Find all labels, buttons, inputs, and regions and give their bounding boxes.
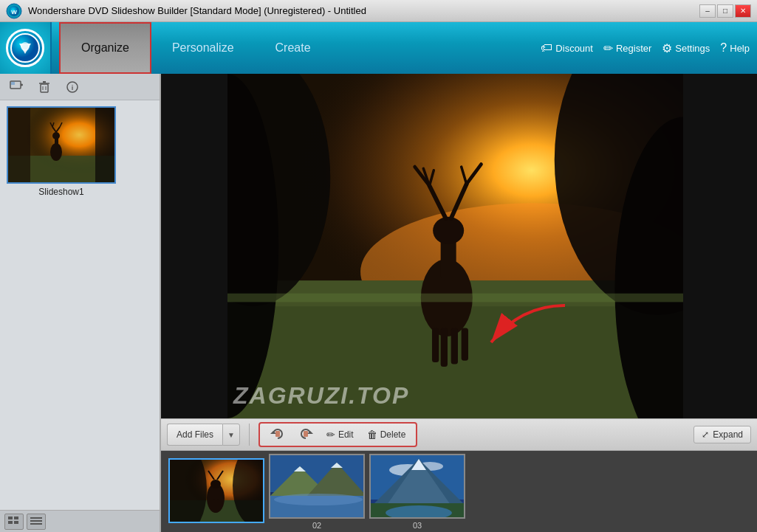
svg-rect-31 bbox=[8, 521, 13, 524]
thumbnail-label-3: 03 bbox=[413, 521, 422, 530]
preview-background bbox=[227, 74, 683, 418]
settings-icon: ⚙ bbox=[662, 41, 672, 55]
add-slideshow-button[interactable] bbox=[6, 77, 27, 97]
svg-rect-35 bbox=[30, 523, 42, 525]
svg-text:W: W bbox=[11, 9, 17, 15]
delete-button[interactable]: 🗑 Delete bbox=[363, 426, 411, 443]
svg-rect-60 bbox=[227, 294, 683, 303]
svg-rect-30 bbox=[14, 517, 18, 519]
add-files-main-label: Add Files bbox=[167, 424, 222, 446]
settings-action[interactable]: ⚙ Settings bbox=[662, 41, 710, 55]
svg-rect-50 bbox=[451, 328, 458, 364]
svg-point-47 bbox=[433, 217, 464, 244]
discount-action[interactable]: 🏷 Discount bbox=[541, 41, 593, 55]
toolbar-separator-1 bbox=[249, 424, 250, 446]
expand-button[interactable]: ⤢ Expand bbox=[693, 426, 751, 443]
slideshow-item[interactable]: Slideshow1 bbox=[6, 106, 117, 197]
rotate-left-button[interactable] bbox=[266, 424, 290, 446]
app-logo-circle bbox=[6, 29, 44, 67]
thumbnail-image-2 bbox=[269, 454, 365, 519]
svg-rect-33 bbox=[30, 517, 42, 519]
thumbnail-item-2[interactable]: 02 bbox=[269, 454, 365, 530]
help-icon: ? bbox=[720, 41, 727, 55]
edit-icon: ✏ bbox=[326, 429, 335, 441]
thumbnail-label-2: 02 bbox=[312, 521, 321, 530]
main-area: i bbox=[0, 74, 757, 532]
svg-text:i: i bbox=[72, 84, 74, 91]
preview-side-left bbox=[161, 74, 227, 418]
slideshow-thumbnail bbox=[7, 106, 116, 184]
tab-create[interactable]: Create bbox=[255, 22, 332, 74]
svg-rect-32 bbox=[14, 521, 18, 524]
edit-tools-group: ✏ Edit 🗑 Delete bbox=[258, 422, 417, 447]
rotate-left-icon bbox=[270, 426, 285, 443]
svg-rect-49 bbox=[441, 328, 448, 367]
thumbnail-image-1 bbox=[168, 458, 264, 523]
svg-rect-48 bbox=[432, 328, 439, 362]
tab-personalize[interactable]: Personalize bbox=[151, 22, 255, 74]
svg-rect-20 bbox=[95, 108, 116, 184]
grid-view-button[interactable] bbox=[4, 514, 24, 530]
nav-tabs: Organize Personalize Create bbox=[59, 22, 332, 74]
title-text: Wondershare DVD Slideshow Builder [Stand… bbox=[28, 5, 366, 16]
svg-marker-62 bbox=[270, 431, 276, 434]
register-icon: ✏ bbox=[603, 41, 613, 55]
nav-actions: 🏷 Discount ✏ Register ⚙ Settings ? Help bbox=[541, 41, 750, 55]
nav-bar: Organize Personalize Create 🏷 Discount ✏… bbox=[0, 22, 757, 74]
rotate-right-button[interactable] bbox=[294, 424, 318, 446]
svg-rect-19 bbox=[8, 108, 30, 184]
delete-slideshow-button[interactable] bbox=[34, 77, 55, 97]
delete-icon: 🗑 bbox=[367, 429, 377, 441]
register-action[interactable]: ✏ Register bbox=[603, 41, 651, 55]
list-view-button[interactable] bbox=[27, 514, 46, 530]
slideshow-label: Slideshow1 bbox=[38, 187, 83, 197]
maximize-button[interactable]: □ bbox=[717, 4, 733, 18]
close-button[interactable]: ✕ bbox=[735, 4, 751, 18]
logo-area bbox=[0, 22, 52, 74]
window-controls: – □ ✕ bbox=[699, 4, 751, 18]
app-logo: W bbox=[6, 3, 22, 19]
preview-image: ZAGRUZI.TOP bbox=[227, 74, 683, 418]
slideshow-thumb-image bbox=[8, 108, 114, 182]
svg-rect-34 bbox=[30, 520, 42, 522]
bottom-panel-icons bbox=[0, 510, 160, 532]
expand-icon: ⤢ bbox=[702, 429, 709, 440]
help-action[interactable]: ? Help bbox=[720, 41, 750, 55]
thumbnail-item-1[interactable] bbox=[168, 458, 264, 525]
svg-point-23 bbox=[52, 132, 60, 139]
svg-rect-65 bbox=[304, 431, 308, 437]
svg-marker-64 bbox=[307, 431, 313, 434]
thumbnail-image-3 bbox=[369, 454, 465, 519]
info-button[interactable]: i bbox=[62, 77, 83, 97]
thumbnail-item-3[interactable]: 03 bbox=[369, 454, 465, 530]
svg-rect-22 bbox=[55, 137, 58, 153]
slideshow-list: Slideshow1 bbox=[0, 100, 160, 510]
content-area: ZAGRUZI.TOP Add Files ▼ bbox=[161, 74, 757, 532]
preview-side-right bbox=[683, 74, 757, 418]
add-files-button[interactable]: Add Files ▼ bbox=[167, 424, 240, 446]
preview-area: ZAGRUZI.TOP bbox=[161, 74, 757, 418]
panel-toolbar: i bbox=[0, 74, 160, 100]
add-files-dropdown-arrow[interactable]: ▼ bbox=[222, 424, 240, 446]
svg-point-73 bbox=[210, 480, 221, 488]
title-bar-left: W Wondershare DVD Slideshow Builder [Sta… bbox=[6, 3, 366, 19]
svg-rect-63 bbox=[275, 431, 280, 437]
rotate-right-icon bbox=[298, 426, 313, 443]
thumbnail-strip: 02 bbox=[161, 451, 757, 532]
edit-button[interactable]: ✏ Edit bbox=[322, 426, 358, 443]
svg-point-83 bbox=[274, 494, 363, 505]
svg-rect-51 bbox=[462, 328, 468, 360]
bottom-toolbar: Add Files ▼ bbox=[161, 418, 757, 451]
svg-rect-29 bbox=[8, 517, 13, 519]
title-bar: W Wondershare DVD Slideshow Builder [Sta… bbox=[0, 0, 757, 22]
discount-icon: 🏷 bbox=[541, 41, 552, 55]
svg-rect-8 bbox=[11, 82, 15, 85]
left-panel: i bbox=[0, 74, 161, 532]
svg-rect-9 bbox=[41, 84, 48, 92]
tab-organize[interactable]: Organize bbox=[59, 22, 151, 74]
svg-point-69 bbox=[170, 460, 207, 523]
minimize-button[interactable]: – bbox=[699, 4, 716, 18]
